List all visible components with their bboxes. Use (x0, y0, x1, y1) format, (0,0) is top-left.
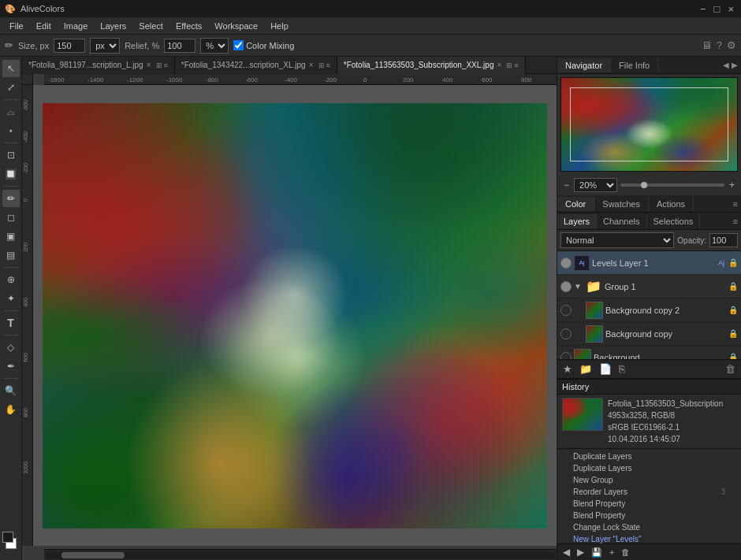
shape-tool[interactable]: ◇ (2, 339, 20, 356)
layer-visibility-bgcopy2[interactable] (560, 305, 572, 316)
menu-file[interactable]: File (3, 20, 30, 32)
menu-workspace[interactable]: Workspace (208, 20, 264, 32)
channels-tab[interactable]: Channels (597, 214, 646, 228)
file-info-tab[interactable]: File Info (611, 58, 658, 72)
tab-3[interactable]: *Fotolia_113563503_Subscription_XXL.jpg … (337, 57, 526, 74)
navigator-viewport-rect[interactable] (570, 87, 728, 161)
tab-1[interactable]: *Fotolia_981197...scription_L.jpg × ⊞ ≡ (22, 57, 175, 74)
scroll-thumb-h[interactable] (61, 552, 125, 558)
blend-mode-select[interactable]: Normal Multiply Screen Overlay (560, 232, 674, 248)
horizontal-scrollbar[interactable] (44, 549, 557, 560)
hist-item-6[interactable]: Change Lock State (557, 521, 741, 533)
magic-wand-tool[interactable]: ⋆ (2, 122, 20, 139)
clone-tool[interactable]: ⊕ (2, 271, 20, 288)
group-expand-arrow[interactable]: ▼ (574, 282, 582, 291)
canvas-image[interactable] (43, 103, 547, 528)
color-tab[interactable]: Color (557, 197, 594, 211)
hist-back-button[interactable]: ◀ (560, 546, 572, 558)
eyedropper-tool[interactable]: 🔲 (2, 165, 20, 183)
hist-item-3[interactable]: Reorder Layers3 (557, 486, 741, 498)
hist-item-1[interactable]: Duplicate Layers (557, 462, 741, 474)
layer-item-bgcopy[interactable]: Background copy 🔒 (557, 322, 741, 346)
hist-item-2[interactable]: New Group (557, 474, 741, 486)
nav-panel-arrow[interactable]: ◀ ▶ (720, 61, 741, 69)
swatches-tab[interactable]: Swatches (594, 197, 649, 211)
zoom-slider-thumb[interactable] (641, 182, 647, 188)
lasso-tool[interactable]: ⌓ (2, 103, 20, 121)
minimize-button[interactable]: − (698, 3, 709, 15)
settings-icon[interactable]: ⚙ (727, 39, 736, 51)
zoom-plus-button[interactable]: + (728, 180, 736, 191)
zoom-slider[interactable] (620, 184, 724, 187)
layer-visibility-group1[interactable] (560, 281, 572, 292)
crop-tool[interactable]: ⊡ (2, 146, 20, 164)
eraser-tool[interactable]: ◻ (2, 209, 20, 226)
menu-image[interactable]: Image (58, 20, 95, 32)
tab-2[interactable]: *Fotolia_1343422...scription_XL.jpg × ⊞ … (175, 57, 337, 74)
menu-edit[interactable]: Edit (30, 20, 58, 32)
menu-layers[interactable]: Layers (94, 20, 132, 32)
maximize-button[interactable]: □ (712, 3, 723, 15)
opacity-input[interactable] (709, 233, 738, 247)
hist-play-button[interactable]: ▶ (575, 546, 586, 558)
hist-item-4[interactable]: Blend Property (557, 498, 741, 510)
zoom-minus-button[interactable]: − (562, 180, 571, 191)
tab-1-close[interactable]: × (147, 61, 151, 69)
layer-visibility-bgcopy[interactable] (560, 328, 572, 339)
cursor-tool[interactable]: ↖ (2, 60, 20, 77)
close-button[interactable]: × (725, 3, 736, 15)
layer-item-group1[interactable]: ▼ 📁 Group 1 🔒 (557, 275, 741, 299)
layer-delete-button[interactable]: 🗑 (723, 362, 738, 376)
pen-tool[interactable]: ✒ (2, 358, 20, 375)
layer-name-group1: Group 1 (605, 282, 726, 291)
hist-item-0[interactable]: Duplicate Layers (557, 451, 741, 462)
zoom-select[interactable]: 20% 50% 100% (574, 178, 617, 192)
actions-tab[interactable]: Actions (649, 197, 694, 211)
layer-star-button[interactable]: ★ (560, 362, 575, 376)
canvas-container[interactable] (33, 85, 557, 546)
layers-panel-menu[interactable]: ≡ (730, 217, 741, 226)
hist-add-button[interactable]: + (607, 547, 616, 558)
transform-tool[interactable]: ⤢ (2, 79, 20, 96)
brush-tool[interactable]: ✏ (2, 190, 20, 207)
layer-item-bg[interactable]: Background 🔒 (557, 346, 741, 359)
hist-delete-button[interactable]: 🗑 (619, 547, 632, 558)
relief-unit-select[interactable]: % (200, 38, 229, 54)
layer-visibility-levels[interactable] (560, 258, 572, 269)
relief-input[interactable] (164, 39, 195, 53)
text-tool[interactable]: T (2, 314, 20, 332)
layer-thumb-bgcopy2 (586, 302, 603, 319)
window-controls[interactable]: − □ × (698, 3, 736, 15)
hist-item-7[interactable]: New Layer "Levels" (557, 533, 741, 543)
menu-select[interactable]: Select (132, 20, 169, 32)
navigator-tab[interactable]: Navigator (557, 58, 611, 72)
size-input[interactable] (54, 39, 85, 53)
hist-save-button[interactable]: 💾 (589, 547, 605, 558)
color-mixing-label[interactable]: Color Mixing (233, 40, 294, 50)
layer-item-levels[interactable]: Aj Levels Layer 1 Aj 🔒 (557, 251, 741, 275)
layer-visibility-bg[interactable] (560, 352, 572, 360)
size-unit-select[interactable]: px (90, 38, 120, 54)
gradient-tool[interactable]: ▤ (2, 247, 20, 264)
color-panel-menu[interactable]: ≡ (730, 199, 741, 209)
horizontal-ruler: -1600 -1400 -1200 -1000 -800 -600 -400 -… (44, 74, 557, 85)
selections-tab[interactable]: Selections (647, 214, 701, 228)
tab-3-close[interactable]: × (497, 61, 501, 69)
tab-2-close[interactable]: × (309, 61, 314, 69)
layer-folder-button[interactable]: 📁 (577, 362, 594, 376)
hand-tool[interactable]: ✋ (2, 401, 20, 418)
layer-copy-button[interactable]: ⎘ (616, 362, 627, 376)
hist-item-5[interactable]: Blend Property (557, 510, 741, 521)
menu-effects[interactable]: Effects (169, 20, 208, 32)
heal-tool[interactable]: ✦ (2, 290, 20, 307)
layers-tab[interactable]: Layers (557, 214, 597, 228)
tab-1-label: *Fotolia_981197...scription_L.jpg (28, 61, 143, 69)
color-mixing-checkbox[interactable] (233, 40, 244, 50)
layer-new-button[interactable]: 📄 (597, 362, 614, 376)
fill-tool[interactable]: ▣ (2, 228, 20, 245)
foreground-color-swatch[interactable] (2, 532, 13, 543)
menu-help[interactable]: Help (264, 20, 295, 32)
help-icon[interactable]: ? (717, 39, 722, 51)
zoom-tool[interactable]: 🔍 (2, 382, 20, 399)
layer-item-bgcopy2[interactable]: Background copy 2 🔒 (557, 299, 741, 322)
